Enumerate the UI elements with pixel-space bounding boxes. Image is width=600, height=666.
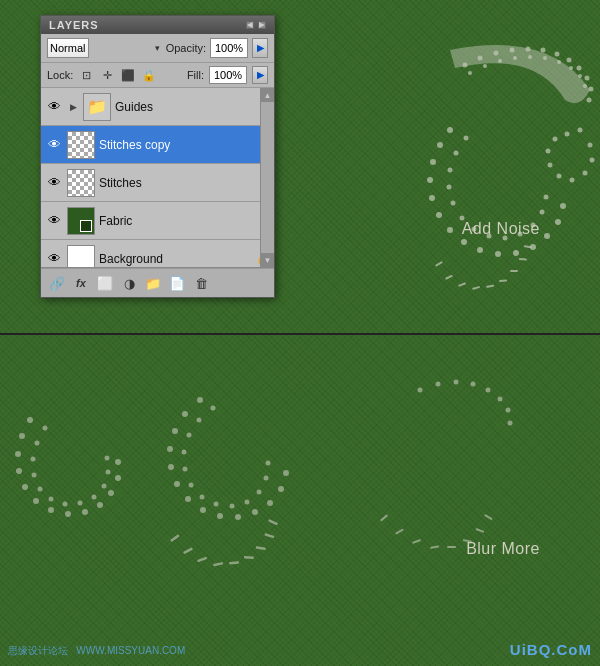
svg-point-70: [19, 433, 25, 439]
lock-pixels-icon[interactable]: ⊡: [78, 67, 94, 83]
svg-point-17: [543, 56, 547, 60]
svg-point-79: [108, 490, 114, 496]
svg-point-15: [513, 56, 517, 60]
lock-fill-row: Lock: ⊡ ✛ ⬛ 🔒 Fill: ▶: [41, 63, 274, 88]
layer-item-stitches[interactable]: 👁 Stitches: [41, 164, 274, 202]
svg-point-90: [92, 495, 97, 500]
opacity-arrow[interactable]: ▶: [252, 38, 268, 58]
eye-icon-stitches-copy[interactable]: 👁: [45, 136, 63, 154]
layer-name-stitches: Stitches: [99, 176, 270, 190]
layer-item-stitches-copy[interactable]: 👁 Stitches copy: [41, 126, 274, 164]
svg-point-1: [478, 56, 483, 61]
svg-point-116: [230, 504, 235, 509]
svg-point-105: [267, 500, 273, 506]
svg-point-57: [546, 149, 551, 154]
eye-icon-fabric[interactable]: 👁: [45, 212, 63, 230]
fx-button[interactable]: fx: [71, 273, 91, 293]
svg-point-115: [214, 502, 219, 507]
lock-image-icon[interactable]: ⬛: [120, 67, 136, 83]
svg-point-130: [418, 388, 423, 393]
layers-scrollbar[interactable]: ▲ ▼: [260, 88, 274, 267]
opacity-input[interactable]: [210, 38, 248, 58]
svg-point-118: [257, 490, 262, 495]
svg-point-52: [590, 158, 595, 163]
svg-point-103: [235, 514, 241, 520]
svg-point-94: [197, 397, 203, 403]
svg-point-4: [526, 47, 531, 52]
svg-point-53: [583, 171, 588, 176]
layer-item-guides[interactable]: 👁 ▶ 📁 Guides: [41, 88, 274, 126]
svg-point-133: [471, 382, 476, 387]
svg-rect-141: [430, 545, 439, 549]
canvas-divider: [0, 333, 600, 335]
layers-list: 👁 ▶ 📁 Guides 👁 Stitches copy 👁 Stitches …: [41, 88, 274, 268]
canvas-bottom-label: Blur More: [466, 540, 540, 558]
add-mask-button[interactable]: ⬜: [95, 273, 115, 293]
blend-mode-select[interactable]: Normal: [47, 38, 89, 58]
eye-icon-guides[interactable]: 👁: [45, 98, 63, 116]
layer-name-guides: Guides: [115, 100, 270, 114]
layer-thumb-stitches: [67, 169, 95, 197]
expand-button[interactable]: ▶: [258, 21, 266, 29]
svg-point-80: [115, 475, 121, 481]
svg-point-76: [65, 511, 71, 517]
expand-guides[interactable]: ▶: [67, 101, 79, 113]
lock-label: Lock:: [47, 69, 73, 81]
svg-point-101: [200, 507, 206, 513]
site-label-2: WWW.MISSYUAN.COM: [76, 645, 185, 656]
layer-item-background[interactable]: 👁 Background 🔒: [41, 240, 274, 268]
collapse-button[interactable]: ◀: [246, 21, 254, 29]
svg-point-59: [565, 132, 570, 137]
link-layers-button[interactable]: 🔗: [47, 273, 67, 293]
scroll-down-button[interactable]: ▼: [261, 253, 274, 267]
svg-point-97: [167, 446, 173, 452]
eye-icon-background[interactable]: 👁: [45, 250, 63, 268]
svg-point-23: [437, 142, 443, 148]
svg-rect-63: [472, 286, 480, 290]
fill-input[interactable]: [209, 66, 247, 84]
svg-rect-138: [380, 514, 388, 521]
svg-point-31: [495, 251, 501, 257]
folder-button[interactable]: 📁: [143, 273, 163, 293]
stitch-pattern-bottom: [0, 340, 600, 660]
svg-point-9: [585, 76, 590, 81]
svg-point-41: [451, 201, 456, 206]
svg-rect-142: [447, 546, 456, 548]
svg-point-54: [570, 178, 575, 183]
blend-opacity-row: Normal Opacity: ▶: [41, 34, 274, 63]
svg-rect-129: [268, 519, 278, 525]
svg-rect-126: [244, 556, 254, 559]
svg-point-131: [436, 382, 441, 387]
svg-point-8: [577, 66, 582, 71]
eye-icon-stitches[interactable]: 👁: [45, 174, 63, 192]
svg-point-30: [477, 247, 483, 253]
svg-point-40: [447, 185, 452, 190]
new-layer-button[interactable]: 📄: [167, 273, 187, 293]
layer-thumb-fabric: [67, 207, 95, 235]
canvas-top-label: Add Noise: [462, 220, 540, 238]
svg-point-85: [32, 473, 37, 478]
svg-point-69: [27, 417, 33, 423]
svg-rect-127: [256, 546, 266, 550]
lock-all-icon[interactable]: 🔒: [141, 67, 157, 83]
titlebar-controls: ◀ ▶: [246, 21, 266, 29]
adjustment-button[interactable]: ◑: [119, 273, 139, 293]
layer-item-fabric[interactable]: 👁 Fabric: [41, 202, 274, 240]
delete-layer-button[interactable]: 🗑: [191, 273, 211, 293]
svg-rect-125: [229, 561, 239, 564]
svg-point-7: [567, 58, 572, 63]
svg-rect-62: [458, 282, 466, 287]
svg-rect-145: [484, 514, 493, 520]
svg-point-55: [557, 174, 562, 179]
svg-point-92: [106, 470, 111, 475]
svg-point-75: [48, 507, 54, 513]
svg-point-82: [43, 426, 48, 431]
lock-move-icon[interactable]: ✛: [99, 67, 115, 83]
panel-title: LAYERS: [49, 19, 99, 31]
svg-rect-121: [170, 534, 180, 542]
svg-point-113: [189, 483, 194, 488]
scroll-up-button[interactable]: ▲: [261, 88, 274, 102]
svg-point-58: [553, 137, 558, 142]
fill-arrow[interactable]: ▶: [252, 66, 268, 84]
svg-point-83: [35, 441, 40, 446]
